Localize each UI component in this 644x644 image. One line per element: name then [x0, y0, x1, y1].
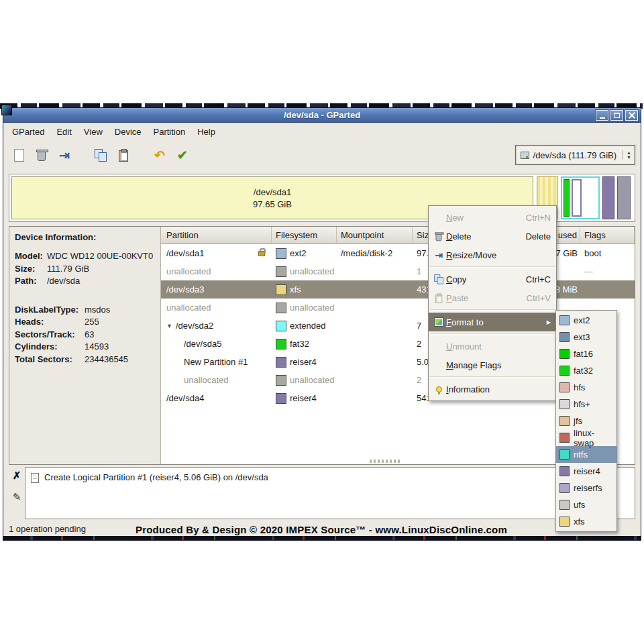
- visual-new-partition[interactable]: [572, 179, 582, 217]
- table-row-sda3-selected[interactable]: /dev/sda3 xfs 431 26.58 MiB: [161, 280, 635, 299]
- table-row-sda1[interactable]: /dev/sda1 ext2 /media/disk-2 97.65 GiB 9…: [161, 244, 635, 262]
- menu-item-format-to[interactable]: Format to ▶: [429, 313, 556, 331]
- table-row-unallocated[interactable]: unallocated unallocated 1 ---: [161, 262, 635, 280]
- device-info-row: Total Sectors: 234436545: [15, 354, 158, 366]
- expander-icon[interactable]: ▼: [166, 323, 172, 329]
- menu-item-resize-move[interactable]: ⇥ Resize/Move: [429, 246, 556, 264]
- format-option-ext2[interactable]: ext2: [556, 312, 616, 329]
- table-header: Partition Filesystem Mountpoint Size use…: [161, 227, 635, 244]
- visual-partition-sda5[interactable]: [564, 179, 570, 217]
- fs-color-swatch: [559, 416, 570, 426]
- minimize-button[interactable]: [596, 110, 608, 121]
- format-option-ext3[interactable]: ext3: [556, 329, 616, 345]
- fs-color-swatch: [559, 315, 570, 325]
- format-option-reiserfs[interactable]: reiserfs: [556, 480, 616, 496]
- device-selector[interactable]: /dev/sda (111.79 GiB) ▲ ▼: [515, 145, 635, 165]
- menu-item-new: New Ctrl+N: [429, 208, 556, 227]
- new-partition-button[interactable]: [9, 144, 29, 166]
- scroll-grip[interactable]: [370, 460, 402, 463]
- undo-button[interactable]: ↶: [150, 144, 170, 166]
- visual-unallocated-end[interactable]: [617, 176, 631, 219]
- visual-sda1-label: /dev/sda1: [254, 187, 291, 197]
- format-option-reiser4[interactable]: reiser4: [556, 463, 616, 480]
- paste-icon: [119, 150, 128, 162]
- resize-move-icon: ⇥: [435, 250, 443, 260]
- apply-icon: ✔: [177, 149, 188, 162]
- menu-partition[interactable]: Partition: [148, 124, 192, 140]
- menu-gparted[interactable]: GParted: [6, 124, 50, 140]
- maximize-button[interactable]: [610, 110, 623, 121]
- device-info-row: Heads: 255: [15, 316, 158, 329]
- format-option-xfs[interactable]: xfs: [556, 513, 616, 530]
- format-option-fat16[interactable]: fat16: [556, 345, 616, 362]
- trash-icon: [436, 234, 442, 241]
- minimize-icon: [600, 117, 605, 119]
- titlebar[interactable]: /dev/sda - GParted: [3, 108, 641, 123]
- window-controls: [596, 110, 641, 121]
- fs-swatch: [276, 375, 286, 386]
- format-option-linux-swap[interactable]: linux-swap: [556, 429, 616, 446]
- edit-operation-icon[interactable]: ✎: [13, 491, 21, 503]
- format-option-hfs[interactable]: hfs: [556, 379, 616, 396]
- visual-extended-sda2[interactable]: [561, 176, 600, 219]
- header-filesystem[interactable]: Filesystem: [272, 227, 337, 244]
- menu-help[interactable]: Help: [191, 124, 221, 140]
- visual-partition-sda4[interactable]: [602, 176, 614, 219]
- device-selector-stepper[interactable]: ▲ ▼: [623, 150, 631, 160]
- menu-device[interactable]: Device: [109, 124, 148, 140]
- delete-partition-button[interactable]: [32, 144, 52, 166]
- fs-color-swatch: [559, 500, 570, 510]
- close-button[interactable]: [625, 110, 638, 121]
- operations-panel: ✗ ✎ Create Logical Partition #1 (reiser4…: [9, 467, 635, 519]
- device-info-row: Sectors/Track: 63: [15, 329, 158, 341]
- operations-controls: ✗ ✎: [9, 467, 25, 519]
- fs-swatch: [276, 303, 286, 313]
- menu-item-delete[interactable]: Delete Delete: [429, 227, 556, 246]
- paste-button[interactable]: [113, 144, 133, 166]
- menu-item-manage-flags[interactable]: Manage Flags: [429, 356, 556, 374]
- menu-item-copy[interactable]: Copy Ctrl+C: [429, 270, 556, 288]
- menu-separator: [430, 376, 555, 378]
- fs-color-swatch: [559, 332, 570, 342]
- mountpoint-cell: /media/disk-2: [337, 248, 413, 258]
- device-info-title: Device Information:: [15, 232, 158, 242]
- format-option-fat32[interactable]: fat32: [556, 362, 616, 379]
- operation-doc-icon: [31, 473, 39, 483]
- format-icon: [435, 318, 443, 326]
- device-info-row: Model: WDC WD12 00UE-00KVT0: [15, 250, 158, 263]
- menu-item-unmount: Unmount: [429, 337, 556, 356]
- header-partition[interactable]: Partition: [161, 227, 272, 244]
- fs-swatch: [276, 321, 286, 331]
- device-info-row: Cylinders: 14593: [15, 341, 158, 354]
- fs-color-swatch: [559, 349, 570, 359]
- operation-text: Create Logical Partition #1 (reiser4, 5.…: [44, 472, 268, 482]
- header-flags[interactable]: Flags: [580, 227, 635, 244]
- disk-icon: [521, 152, 529, 159]
- format-option-ntfs[interactable]: ntfs: [556, 446, 616, 463]
- fs-color-swatch: [559, 466, 570, 476]
- fs-color-swatch: [559, 433, 570, 443]
- resize-move-button[interactable]: ⇥: [54, 144, 74, 166]
- device-selector-value: /dev/sda (111.79 GiB): [533, 150, 617, 160]
- apply-button[interactable]: ✔: [172, 144, 193, 166]
- submenu-arrow-icon: ▶: [547, 319, 551, 325]
- format-option-jfs[interactable]: jfs: [556, 413, 616, 429]
- fs-swatch: [276, 339, 286, 350]
- menu-view[interactable]: View: [78, 124, 109, 140]
- copy-button[interactable]: [91, 144, 111, 166]
- menu-item-information[interactable]: Information: [429, 380, 556, 398]
- header-mountpoint[interactable]: Mountpoint: [337, 227, 413, 244]
- menu-edit[interactable]: Edit: [50, 124, 77, 140]
- remove-operation-icon[interactable]: ✗: [13, 470, 21, 482]
- lightbulb-icon: [436, 386, 442, 392]
- toolbar: ⇥ ↶ ✔ /dev/sda (111.79 GiB) ▲ ▼: [3, 140, 641, 170]
- menu-item-paste: Paste Ctrl+V: [429, 288, 556, 307]
- maximize-icon: [614, 113, 620, 118]
- device-info-panel: Device Information: Model: WDC WD12 00UE…: [9, 227, 161, 464]
- copy-icon: [434, 274, 443, 284]
- app-icon: [1, 105, 12, 115]
- decorative-noise-bottom: [3, 536, 641, 540]
- fs-swatch: [276, 393, 286, 404]
- lock-icon: [258, 251, 265, 256]
- fs-color-swatch: [559, 366, 570, 376]
